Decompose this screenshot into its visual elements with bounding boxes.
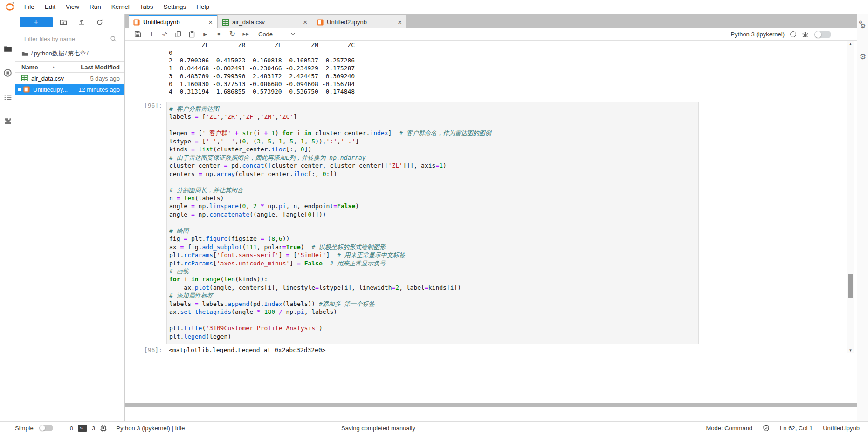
- code-line[interactable]: [169, 121, 698, 129]
- menu-item-edit[interactable]: Edit: [40, 0, 61, 14]
- scroll-down-icon[interactable]: ▼: [847, 347, 854, 353]
- code-line[interactable]: ax = fig.add_subplot(111, polar=True) # …: [169, 243, 698, 251]
- code-line[interactable]: legen = [' 客户群' + str(i + 1) for i in cl…: [169, 129, 698, 137]
- menu-item-settings[interactable]: Settings: [158, 0, 191, 14]
- output-prompt: [96]:: [125, 346, 166, 354]
- menu-item-tabs[interactable]: Tabs: [135, 0, 158, 14]
- code-line[interactable]: plt.rcParams['axes.unicode_minus'] = Fal…: [169, 259, 698, 267]
- horizontal-scrollbar[interactable]: [16, 403, 857, 407]
- tab-Untitled2.ipynb[interactable]: Untitled2.ipynb×: [312, 15, 406, 28]
- close-icon[interactable]: ×: [297, 19, 307, 26]
- code-line[interactable]: ax.plot(angle, centers[i], linestyle=lst…: [169, 284, 698, 292]
- home-folder-icon[interactable]: [21, 50, 28, 57]
- code-line[interactable]: angle = np.concatenate((angle, [angle[0]…: [169, 210, 698, 218]
- upload-icon[interactable]: [76, 18, 87, 27]
- copy-cells-icon[interactable]: [172, 28, 185, 40]
- vertical-scrollbar[interactable]: ▲ ▼: [847, 41, 854, 353]
- menu-item-file[interactable]: File: [19, 0, 40, 14]
- scrollbar-thumb[interactable]: [848, 274, 853, 298]
- cell-type-dropdown[interactable]: Code: [258, 28, 296, 40]
- file-list: air_data.csv5 days agoUntitled.ipy...12 …: [15, 73, 124, 95]
- code-line[interactable]: ax.set_thetagrids(angle * 180 / np.pi, l…: [169, 308, 698, 316]
- breadcrumb: /python数据/第七章/: [21, 49, 90, 58]
- code-line[interactable]: cluster_center = pd.concat([cluster_cent…: [169, 162, 698, 170]
- new-folder-icon[interactable]: [58, 18, 69, 27]
- restart-kernel-icon[interactable]: ↻: [226, 28, 239, 40]
- breadcrumb-item[interactable]: python数据: [34, 49, 64, 58]
- code-line[interactable]: [169, 218, 698, 226]
- interrupt-kernel-icon[interactable]: ■: [212, 28, 226, 40]
- refresh-icon[interactable]: [95, 18, 105, 27]
- code-line[interactable]: # 绘图: [169, 227, 698, 235]
- code-line[interactable]: lstype = ['-','--',(0, (3, 5, 1, 5, 1, 5…: [169, 137, 698, 145]
- notebook-file-icon: [317, 19, 324, 26]
- restart-run-all-icon[interactable]: ▶▶: [239, 28, 253, 40]
- file-name: air_data.csv: [31, 75, 64, 82]
- terminal-icon[interactable]: s_: [78, 425, 87, 432]
- tab-Untitled.ipynb[interactable]: Untitled.ipynb×: [129, 15, 217, 28]
- scroll-up-icon[interactable]: ▲: [847, 41, 854, 47]
- cut-cells-icon[interactable]: ✂: [158, 28, 172, 40]
- menu-item-help[interactable]: Help: [191, 0, 214, 14]
- code-line[interactable]: [169, 316, 698, 324]
- code-line[interactable]: labels = labels.append(pd.Index(labels))…: [169, 300, 698, 308]
- kernel-status-text[interactable]: Python 3 (ipykernel) | Idle: [116, 425, 185, 432]
- kernels-count[interactable]: 3: [92, 425, 95, 432]
- mode-indicator[interactable]: Mode: Command: [706, 425, 752, 432]
- menu-item-view[interactable]: View: [61, 0, 84, 14]
- file-modified: 5 days ago: [90, 75, 120, 82]
- tab-label: Untitled.ipynb: [143, 19, 180, 26]
- paste-cells-icon[interactable]: [185, 28, 199, 40]
- property-inspector-gears-icon[interactable]: ⚙⚙: [858, 20, 868, 31]
- kernel-toggle[interactable]: [814, 31, 831, 38]
- code-line[interactable]: n = len(labels): [169, 194, 698, 202]
- code-line[interactable]: plt.rcParams['font.sans-serif'] = ['SimH…: [169, 251, 698, 259]
- code-line[interactable]: # 画线: [169, 267, 698, 275]
- file-row[interactable]: Untitled.ipy...12 minutes ago: [15, 84, 124, 95]
- menu-item-kernel[interactable]: Kernel: [106, 0, 135, 14]
- file-browser-icon[interactable]: [3, 44, 13, 54]
- add-cell-icon[interactable]: +: [145, 28, 158, 40]
- table-of-contents-icon[interactable]: [3, 92, 13, 102]
- debugger-bug-icon[interactable]: [802, 31, 809, 38]
- simple-mode-toggle[interactable]: [39, 425, 53, 431]
- code-line[interactable]: centers = np.array(cluster_center.iloc[:…: [169, 170, 698, 178]
- code-line[interactable]: [169, 178, 698, 186]
- filter-files-input[interactable]: [20, 33, 120, 45]
- menu-item-run[interactable]: Run: [84, 0, 106, 14]
- kernel-chip-icon[interactable]: [100, 425, 107, 432]
- run-cell-icon[interactable]: ▶: [199, 28, 212, 40]
- horizontal-scrollbar-thumb[interactable]: [50, 403, 857, 407]
- cell-output: [96]: <matplotlib.legend.Legend at 0x2ab…: [125, 346, 857, 354]
- running-sessions-icon[interactable]: [3, 68, 13, 78]
- code-editor[interactable]: # 客户分群雷达图labels = ['ZL','ZR','ZF','ZM','…: [166, 102, 699, 344]
- code-line[interactable]: kinds = list(cluster_center.iloc[:, 0]): [169, 145, 698, 153]
- new-launcher-button[interactable]: +: [20, 17, 53, 27]
- save-icon[interactable]: [131, 28, 145, 40]
- code-line[interactable]: # 添加属性标签: [169, 292, 698, 299]
- trust-shield-icon[interactable]: [763, 425, 770, 432]
- file-row[interactable]: air_data.csv5 days ago: [15, 73, 124, 84]
- column-header-modified[interactable]: Last Modified: [81, 64, 120, 71]
- code-line[interactable]: labels = ['ZL','ZR','ZF','ZM','ZC']: [169, 113, 698, 121]
- cursor-position[interactable]: Ln 62, Col 1: [780, 425, 813, 432]
- breadcrumb-item[interactable]: 第七章: [68, 49, 86, 58]
- settings-gear-icon[interactable]: ⚙: [858, 51, 868, 61]
- code-line[interactable]: # 客户分群雷达图: [169, 105, 698, 113]
- terminals-count[interactable]: 0: [70, 425, 73, 432]
- kernel-name[interactable]: Python 3 (ipykernel): [730, 31, 785, 38]
- code-line[interactable]: fig = plt.figure(figsize = (8,6)): [169, 235, 698, 243]
- code-line[interactable]: angle = np.linspace(0, 2 * np.pi, n, end…: [169, 202, 698, 210]
- code-line[interactable]: for i in range(len(kinds)):: [169, 275, 698, 283]
- code-line[interactable]: plt.legend(legen): [169, 332, 698, 340]
- close-icon[interactable]: ×: [392, 19, 402, 26]
- column-header-name[interactable]: Name: [21, 64, 38, 71]
- extension-manager-icon[interactable]: [3, 116, 13, 126]
- tab-air_data.csv[interactable]: air_data.csv×: [218, 15, 312, 28]
- status-bar: Simple 0 s_ 3 Python 3 (ipykernel) | Idl…: [0, 421, 868, 434]
- close-icon[interactable]: ×: [203, 19, 213, 26]
- code-line[interactable]: # 由于雷达图要保证数据闭合，因此再添加L列，并转换为 np.ndarray: [169, 154, 698, 162]
- code-line[interactable]: plt.title('3109Customer Profile Analysis…: [169, 324, 698, 332]
- code-line[interactable]: # 分割圆周长，并让其闭合: [169, 186, 698, 194]
- toggle-knob: [815, 31, 821, 38]
